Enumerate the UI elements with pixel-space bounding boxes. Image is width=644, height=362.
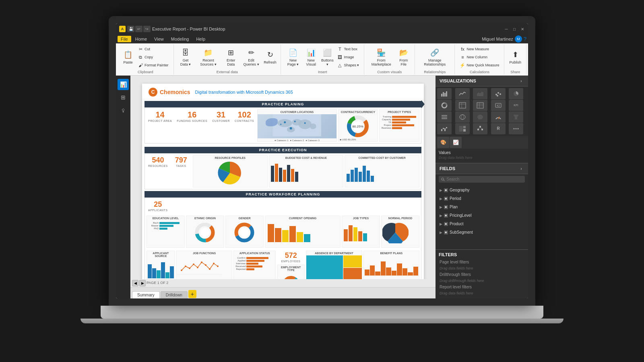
undo-btn[interactable]: ↩ xyxy=(135,26,142,32)
new-quick-measure-btn[interactable]: ⚡ New Quick Measure xyxy=(458,62,501,69)
viz-slicer[interactable] xyxy=(437,111,452,123)
fields-panel-header: FIELDS › xyxy=(436,163,528,174)
window-title: Executive Report - Power BI Desktop xyxy=(152,27,225,31)
user-name: Miguel Martinez xyxy=(482,37,513,41)
menu-help[interactable]: Help xyxy=(193,36,208,42)
cut-btn[interactable]: ✂ Cut xyxy=(136,45,170,53)
education-level-chart: EDUCATION LEVEL Bach xyxy=(147,216,185,248)
viz-matrix[interactable] xyxy=(473,100,487,111)
refresh-btn[interactable]: ↻ Refresh xyxy=(263,45,277,69)
shapes-icon: △ xyxy=(337,62,343,68)
menu-view[interactable]: View xyxy=(151,36,167,42)
fields-expand-icon[interactable]: › xyxy=(518,166,524,171)
tab-add-btn[interactable]: + xyxy=(188,290,196,298)
marketplace-btn[interactable]: 🏪 From Marketplace xyxy=(367,45,395,69)
viz-line-chart[interactable] xyxy=(455,88,470,99)
menu-home[interactable]: Home xyxy=(132,36,150,42)
share-label: Share xyxy=(510,70,520,75)
field-group-header-geography[interactable]: ▶ ■ Geography xyxy=(439,187,525,193)
svg-rect-21 xyxy=(283,170,286,182)
svg-rect-102 xyxy=(477,129,479,130)
text-box-btn[interactable]: T Text box xyxy=(335,45,361,53)
filter-report-drag: Drag data fields here xyxy=(439,290,525,296)
viz-analytics-icon[interactable]: 📈 xyxy=(450,137,462,148)
format-painter-btn[interactable]: 🖌 Format Painter xyxy=(136,62,170,69)
new-page-btn[interactable]: 📄 New Page ▾ xyxy=(284,45,302,69)
search-input[interactable] xyxy=(446,177,522,181)
field-label-product: Product xyxy=(450,222,463,226)
from-file-btn[interactable]: 📂 From File xyxy=(396,45,411,69)
sidebar-model-icon[interactable]: ⧬ xyxy=(118,105,129,116)
maximize-btn[interactable]: □ xyxy=(512,27,517,31)
new-page-icon: 📄 xyxy=(288,48,298,58)
filter-drillthrough[interactable]: Drillthrough filters xyxy=(439,271,525,278)
close-btn[interactable]: ✕ xyxy=(520,27,525,31)
field-label-subsegment: SubSegment xyxy=(450,230,473,234)
recent-sources-btn[interactable]: 📁 Recent Sources ▾ xyxy=(195,45,222,69)
viz-map[interactable] xyxy=(455,111,470,123)
save-btn[interactable]: 💾 xyxy=(127,26,134,32)
panel-expand-icon[interactable]: › xyxy=(518,78,524,84)
field-group-header-plan[interactable]: ▶ ■ Plan xyxy=(439,204,525,210)
buttons-btn[interactable]: ⬜ Buttons ▾ xyxy=(320,45,334,69)
field-group-header-pricinglevel[interactable]: ▶ ■ PricingLevel xyxy=(439,212,525,219)
copy-btn[interactable]: ⧉ Copy xyxy=(136,53,170,61)
new-column-btn[interactable]: ≡ New Column xyxy=(458,53,501,61)
help-icon[interactable]: ? xyxy=(524,36,526,42)
menu-file[interactable]: File xyxy=(118,36,131,42)
publish-btn[interactable]: ⬆ Publish xyxy=(508,45,523,69)
bar-as-5 xyxy=(165,272,169,278)
svg-rect-44 xyxy=(304,234,310,242)
new-visual-btn[interactable]: 📊 New Visual xyxy=(303,45,319,69)
viz-scatter[interactable] xyxy=(491,88,506,99)
bar-ta xyxy=(392,121,406,123)
menu-modeling[interactable]: Modeling xyxy=(168,36,192,42)
manage-rel-btn[interactable]: 🔗 Manage Relationships xyxy=(418,45,451,69)
viz-donut[interactable] xyxy=(437,100,452,111)
viz-funnel[interactable] xyxy=(509,111,523,123)
viz-r-visual[interactable]: R xyxy=(491,123,506,134)
tab-drilldown[interactable]: Drilldown xyxy=(161,291,188,298)
sidebar-report-icon[interactable]: 📊 xyxy=(118,79,129,90)
project-types-chart: PROJECT TYPES Training xyxy=(379,109,419,142)
bar-project xyxy=(392,124,414,126)
field-type-icon-period: ■ xyxy=(444,197,448,201)
viz-area-chart[interactable] xyxy=(473,88,487,99)
svg-text:80.25%: 80.25% xyxy=(353,125,363,128)
viz-pie[interactable] xyxy=(509,88,523,99)
get-data-btn[interactable]: 🗄 Get Data ▾ xyxy=(177,45,194,69)
viz-table[interactable] xyxy=(455,100,470,111)
field-group-header-subsegment[interactable]: ▶ ■ SubSegment xyxy=(439,229,525,236)
field-group-header-period[interactable]: ▶ ■ Period xyxy=(439,195,525,202)
bar-bach xyxy=(159,222,180,224)
viz-bar-chart[interactable] xyxy=(437,88,452,99)
viz-card[interactable]: 42 xyxy=(491,100,506,111)
sidebar-data-icon[interactable]: ⊞ xyxy=(118,92,129,103)
viz-waterfall[interactable] xyxy=(437,123,452,134)
new-measure-btn[interactable]: fx New Measure xyxy=(458,45,501,53)
viz-decomp[interactable] xyxy=(473,123,487,134)
field-group-header-product[interactable]: ▶ ■ Product xyxy=(439,220,525,227)
enter-data-btn[interactable]: ⊞ Enter Data xyxy=(222,45,239,69)
shapes-btn[interactable]: △ Shapes ▾ xyxy=(335,62,361,69)
viz-treemap[interactable] xyxy=(455,123,470,134)
kpi-value-contracts: 102 xyxy=(235,110,254,119)
minimize-btn[interactable]: ─ xyxy=(504,27,509,31)
fields-search-box[interactable] xyxy=(439,176,525,183)
paste-btn[interactable]: 📋 Paste xyxy=(121,45,135,69)
edit-queries-btn[interactable]: ✏ Edit Queries ▾ xyxy=(240,45,262,69)
bar-row-3: TA xyxy=(381,121,417,123)
filter-drillthrough-drag: Drag drillthrough fields here xyxy=(439,278,525,284)
viz-filled-map[interactable] xyxy=(473,111,487,123)
viz-format-icon[interactable]: 🎨 xyxy=(437,137,449,148)
viz-gauge[interactable] xyxy=(491,111,506,123)
redo-btn[interactable]: ↪ xyxy=(143,26,151,32)
image-btn[interactable]: 🖼 Image xyxy=(335,53,361,61)
tab-summary[interactable]: Summary xyxy=(132,291,160,298)
filter-report-level[interactable]: Report level filters xyxy=(439,284,525,290)
filter-page-level[interactable]: Page level filters xyxy=(439,259,525,265)
viz-kpi[interactable]: KPI xyxy=(509,100,523,111)
viz-more[interactable] xyxy=(509,123,523,134)
svg-point-9 xyxy=(290,127,292,130)
nav-prev-btn[interactable]: ◀ xyxy=(132,280,138,286)
